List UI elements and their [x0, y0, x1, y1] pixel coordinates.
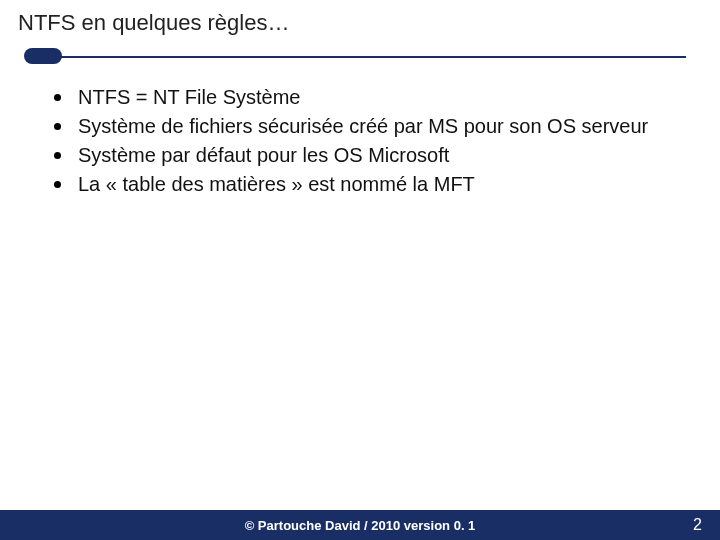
rule-cap	[24, 48, 62, 64]
list-item: Système par défaut pour les OS Microsoft	[50, 142, 680, 169]
footer-copyright: © Partouche David / 2010 version 0. 1	[245, 518, 476, 533]
slide-title: NTFS en quelques règles…	[0, 0, 720, 42]
list-item: Système de fichiers sécurisée créé par M…	[50, 113, 680, 140]
title-rule	[26, 48, 686, 66]
footer-bar: © Partouche David / 2010 version 0. 1 2	[0, 510, 720, 540]
rule-line	[26, 56, 686, 58]
slide: NTFS en quelques règles… NTFS = NT File …	[0, 0, 720, 540]
content-area: NTFS = NT File Système Système de fichie…	[0, 66, 720, 198]
list-item: NTFS = NT File Système	[50, 84, 680, 111]
page-number: 2	[693, 516, 702, 534]
list-item: La « table des matières » est nommé la M…	[50, 171, 680, 198]
bullet-list: NTFS = NT File Système Système de fichie…	[50, 84, 680, 198]
